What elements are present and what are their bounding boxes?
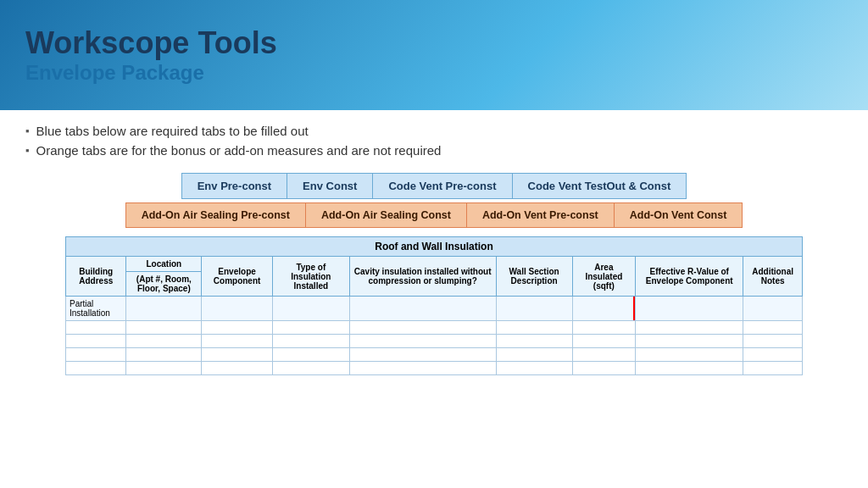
col-building-address: Building Address bbox=[66, 257, 126, 297]
col-effective-r-value: Effective R-Value of Envelope Component bbox=[636, 257, 743, 297]
tab-code-vent-testout[interactable]: Code Vent TestOut & Const bbox=[512, 173, 687, 199]
bullet-list: Blue tabs below are required tabs to be … bbox=[25, 124, 843, 158]
cell bbox=[66, 348, 126, 362]
cell bbox=[272, 335, 349, 348]
cell bbox=[66, 335, 126, 348]
table-row bbox=[66, 362, 803, 375]
col-location-detail: (Apt #, Room, Floor, Space) bbox=[126, 272, 202, 297]
tab-addon-air-sealing-pre-const[interactable]: Add-On Air Sealing Pre-const bbox=[125, 202, 305, 228]
cell bbox=[496, 348, 572, 362]
cell bbox=[202, 297, 273, 321]
cell bbox=[496, 362, 572, 375]
body: Blue tabs below are required tabs to be … bbox=[0, 110, 868, 384]
cell bbox=[126, 321, 202, 335]
tab-addon-vent-pre-const[interactable]: Add-On Vent Pre-const bbox=[466, 202, 614, 228]
cell bbox=[743, 297, 803, 321]
cell bbox=[743, 335, 803, 348]
cell-partial: Partial Installation bbox=[66, 297, 126, 321]
cell bbox=[126, 335, 202, 348]
cell bbox=[272, 321, 349, 335]
cell bbox=[636, 335, 743, 348]
page-subtitle: Envelope Package bbox=[25, 61, 843, 85]
cell bbox=[636, 362, 743, 375]
bullet-item-1: Blue tabs below are required tabs to be … bbox=[25, 124, 843, 138]
cell bbox=[496, 297, 572, 321]
cell bbox=[126, 297, 202, 321]
cell bbox=[202, 321, 273, 335]
cell bbox=[349, 297, 496, 321]
cell bbox=[202, 348, 273, 362]
insulation-table: Roof and Wall Insulation Building Addres… bbox=[65, 236, 803, 375]
bullet-item-2: Orange tabs are for the bonus or add-on … bbox=[25, 143, 843, 158]
tab-env-const[interactable]: Env Const bbox=[287, 173, 372, 199]
cell bbox=[636, 321, 743, 335]
cell bbox=[66, 362, 126, 375]
cell bbox=[572, 362, 636, 375]
header: Workscope Tools Envelope Package bbox=[0, 0, 868, 110]
table-container: Roof and Wall Insulation Building Addres… bbox=[65, 236, 803, 375]
cell bbox=[743, 348, 803, 362]
cell bbox=[126, 362, 202, 375]
col-location-label: Location bbox=[126, 257, 202, 272]
table-main-header: Roof and Wall Insulation bbox=[66, 237, 803, 257]
cell bbox=[743, 321, 803, 335]
cell bbox=[349, 362, 496, 375]
cell bbox=[572, 335, 636, 348]
orange-tabs-row: Add-On Air Sealing Pre-const Add-On Air … bbox=[25, 202, 843, 228]
cell bbox=[272, 297, 349, 321]
cell bbox=[126, 348, 202, 362]
table-row bbox=[66, 348, 803, 362]
cell bbox=[636, 297, 743, 321]
page-title: Workscope Tools bbox=[25, 25, 843, 61]
blue-tabs-row: Env Pre-const Env Const Code Vent Pre-co… bbox=[25, 173, 843, 199]
cell bbox=[202, 335, 273, 348]
col-area-insulated: Area Insulated (sqft) bbox=[572, 257, 636, 297]
table-row: Partial Installation bbox=[66, 297, 803, 321]
tab-code-vent-pre-const[interactable]: Code Vent Pre-const bbox=[372, 173, 511, 199]
cell bbox=[272, 362, 349, 375]
tabs-container: Env Pre-const Env Const Code Vent Pre-co… bbox=[25, 173, 843, 228]
tab-addon-air-sealing-const[interactable]: Add-On Air Sealing Const bbox=[305, 202, 466, 228]
col-type-insulation: Type of Insulation Installed bbox=[272, 257, 349, 297]
cell bbox=[66, 321, 126, 335]
table-row bbox=[66, 335, 803, 348]
cell bbox=[349, 321, 496, 335]
cell bbox=[202, 362, 273, 375]
col-envelope-component: Envelope Component bbox=[202, 257, 273, 297]
cell bbox=[272, 348, 349, 362]
cell bbox=[349, 335, 496, 348]
tab-env-pre-const[interactable]: Env Pre-const bbox=[181, 173, 287, 199]
tab-addon-vent-const[interactable]: Add-On Vent Const bbox=[614, 202, 743, 228]
col-additional-notes: Additional Notes bbox=[743, 257, 803, 297]
cell bbox=[572, 348, 636, 362]
cell bbox=[743, 362, 803, 375]
cell bbox=[636, 348, 743, 362]
cell bbox=[572, 321, 636, 335]
cell-red bbox=[572, 297, 636, 321]
cell bbox=[496, 335, 572, 348]
col-wall-section: Wall Section Description bbox=[496, 257, 572, 297]
table-row bbox=[66, 321, 803, 335]
col-cavity-insulation: Cavity insulation installed without comp… bbox=[349, 257, 496, 297]
cell bbox=[496, 321, 572, 335]
cell bbox=[349, 348, 496, 362]
